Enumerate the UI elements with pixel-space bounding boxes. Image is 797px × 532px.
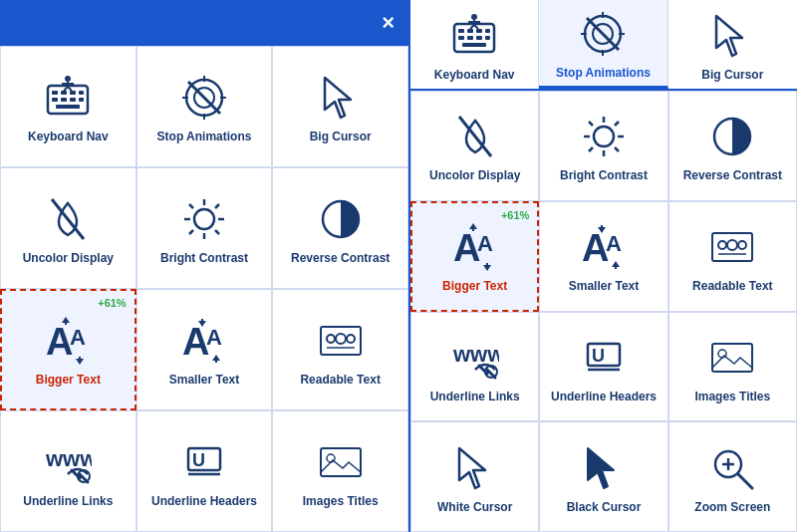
bigger-text-label: Bigger Text [442,279,507,293]
big-cursor-icon [708,12,756,60]
reverse-contrast-icon-wrapper [315,193,367,245]
cell-underline-headers[interactable]: Underline Headers [539,312,667,422]
zoom-screen-icon [708,444,756,492]
cell-bright-contrast[interactable]: Bright Contrast [136,167,273,289]
black-cursor-label: Black Cursor [567,500,642,514]
cell-smaller-text[interactable]: Smaller Text [136,289,273,410]
uncolor-display-icon-wrapper [42,193,94,245]
cell-uncolor-display[interactable]: Uncolor Display [410,91,539,201]
cell-big-cursor[interactable]: Big Cursor [272,46,408,167]
readable-text-icon-wrapper [315,315,367,367]
bigger-text-icon [451,223,499,271]
left-grid: Keyboard Nav Stop Animations Big Cursor … [0,46,408,532]
cell-uncolor-display[interactable]: Uncolor Display [0,167,136,289]
reverse-contrast-icon [317,195,365,243]
cell-underline-headers[interactable]: Underline Headers [136,410,273,532]
stop-anim-icon [579,10,627,58]
big-cursor-label: Big Cursor [310,130,372,143]
right-top-row: Keyboard Nav Stop Animations Big Cursor [410,0,797,91]
cell-smaller-text[interactable]: Smaller Text [539,201,667,312]
images-titles-icon [317,438,365,486]
readable-text-label: Readable Text [692,279,772,293]
images-titles-label: Images Titles [303,494,379,508]
smaller-text-icon [180,317,228,365]
cell-images-titles[interactable]: Images Titles [272,410,408,532]
close-button[interactable]: × [382,10,395,36]
cell-images-titles[interactable]: Images Titles [668,312,797,422]
cell-underline-links[interactable]: Underline Links [0,410,136,532]
cell-bigger-text[interactable]: +61% Bigger Text [0,289,136,410]
reverse-contrast-label: Reverse Contrast [291,251,390,265]
cell-readable-text[interactable]: Readable Text [272,289,408,410]
cell-zoom-screen[interactable]: Zoom Screen [668,421,797,532]
reverse-contrast-icon [708,113,756,160]
white-cursor-icon-wrapper [449,442,501,494]
images-titles-label: Images Titles [694,390,770,403]
underline-links-icon [44,438,92,486]
cell-keyboard-nav[interactable]: Keyboard Nav [0,46,136,167]
zoom-screen-icon-wrapper [706,442,758,494]
right-grid: Uncolor Display Bright Contrast Reverse … [410,91,797,532]
big-cursor-icon-wrapper [315,72,367,124]
keyboard-nav-top-label: Keyboard Nav [434,68,515,82]
cell-underline-links[interactable]: Underline Links [410,312,539,422]
underline-links-icon-wrapper [42,436,94,488]
cell-black-cursor[interactable]: Black Cursor [539,421,667,532]
bright-contrast-icon-wrapper [578,111,630,162]
keyboard-icon [450,12,498,60]
readable-text-icon-wrapper [706,221,758,273]
stop-animations-label: Stop Animations [157,130,252,143]
smaller-text-icon-wrapper [578,221,630,273]
uncolor-display-label: Uncolor Display [429,168,520,182]
big-cursor-icon [317,74,365,122]
left-header: × [0,0,408,46]
reverse-contrast-icon-wrapper [706,111,758,162]
uncolor-display-icon-wrapper [449,111,501,162]
readable-text-icon [708,223,756,271]
uncolor-icon [44,195,92,243]
keyboard-nav-icon-wrapper [42,72,94,124]
black-cursor-icon [580,444,628,492]
underline-headers-icon-wrapper [178,436,230,488]
top-cell-stop-animations[interactable]: Stop Animations [539,0,667,89]
top-cell-big-cursor[interactable]: Big Cursor [668,0,797,89]
cell-reverse-contrast[interactable]: Reverse Contrast [272,167,408,289]
underline-headers-icon [580,334,628,382]
cell-bright-contrast[interactable]: Bright Contrast [539,91,667,201]
bright-contrast-label: Bright Contrast [560,168,648,182]
underline-headers-icon [180,438,228,486]
keyboard-nav-top-icon-wrapper [448,10,500,62]
cell-stop-animations[interactable]: Stop Animations [136,46,273,167]
cell-white-cursor[interactable]: White Cursor [410,421,539,532]
underline-headers-label: Underline Headers [151,494,257,508]
images-titles-icon [708,334,756,382]
zoom-screen-label: Zoom Screen [694,500,770,514]
white-cursor-icon [451,444,499,492]
images-titles-icon-wrapper [706,332,758,384]
readable-text-icon [317,317,365,365]
black-cursor-icon-wrapper [578,442,630,494]
underline-links-icon [451,334,499,382]
smaller-text-icon [580,223,628,271]
smaller-text-icon-wrapper [178,315,230,367]
cell-reverse-contrast[interactable]: Reverse Contrast [668,91,797,201]
bigger-text-icon [44,317,92,365]
uncolor-icon [451,113,499,160]
smaller-text-label: Smaller Text [569,279,639,293]
cell-readable-text[interactable]: Readable Text [668,201,797,312]
cell-bigger-text[interactable]: +61% Bigger Text [410,201,539,312]
bigger-text-icon-wrapper [42,315,94,367]
stop-animations-top-icon-wrapper [577,8,629,60]
readable-text-label: Readable Text [300,373,380,387]
top-cell-keyboard-nav[interactable]: Keyboard Nav [410,0,539,89]
stop-anim-icon [180,74,228,122]
stop-animations-top-label: Stop Animations [556,66,651,80]
keyboard-nav-label: Keyboard Nav [28,130,109,143]
white-cursor-label: White Cursor [437,500,512,514]
bright-contrast-label: Bright Contrast [160,251,248,265]
right-panel: Keyboard Nav Stop Animations Big Cursor … [410,0,797,532]
images-titles-icon-wrapper [315,436,367,488]
uncolor-display-label: Uncolor Display [23,251,114,265]
underline-headers-icon-wrapper [578,332,630,384]
bright-contrast-icon [180,195,228,243]
